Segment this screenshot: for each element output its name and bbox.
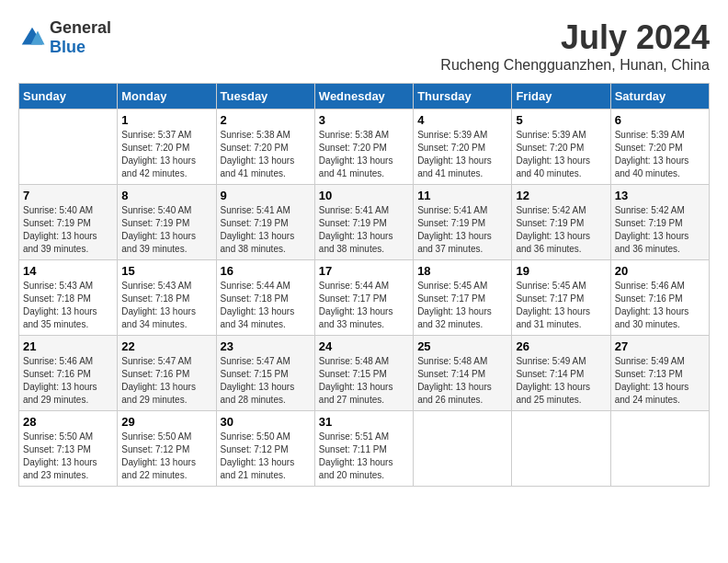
title-area: July 2024 Rucheng Chengguanzhen, Hunan, … (440, 18, 710, 74)
calendar-cell: 29Sunrise: 5:50 AM Sunset: 7:12 PM Dayli… (118, 411, 216, 487)
month-title: July 2024 (440, 18, 710, 57)
calendar-cell: 10Sunrise: 5:41 AM Sunset: 7:19 PM Dayli… (314, 185, 413, 260)
day-number: 5 (516, 113, 606, 127)
calendar-week-row: 1Sunrise: 5:37 AM Sunset: 7:20 PM Daylig… (19, 109, 710, 185)
day-number: 1 (121, 113, 211, 127)
day-info: Sunrise: 5:50 AM Sunset: 7:12 PM Dayligh… (121, 431, 211, 482)
day-info: Sunrise: 5:40 AM Sunset: 7:19 PM Dayligh… (23, 204, 113, 256)
calendar-cell: 4Sunrise: 5:39 AM Sunset: 7:20 PM Daylig… (414, 109, 512, 185)
calendar-cell: 27Sunrise: 5:49 AM Sunset: 7:13 PM Dayli… (610, 336, 709, 411)
day-info: Sunrise: 5:48 AM Sunset: 7:15 PM Dayligh… (319, 355, 409, 407)
day-info: Sunrise: 5:47 AM Sunset: 7:15 PM Dayligh… (221, 355, 311, 407)
calendar-week-row: 14Sunrise: 5:43 AM Sunset: 7:18 PM Dayli… (19, 260, 710, 336)
day-info: Sunrise: 5:44 AM Sunset: 7:18 PM Dayligh… (221, 280, 311, 331)
day-info: Sunrise: 5:49 AM Sunset: 7:13 PM Dayligh… (615, 355, 705, 407)
day-info: Sunrise: 5:44 AM Sunset: 7:17 PM Dayligh… (319, 280, 409, 331)
day-info: Sunrise: 5:43 AM Sunset: 7:18 PM Dayligh… (23, 280, 113, 331)
calendar-week-row: 7Sunrise: 5:40 AM Sunset: 7:19 PM Daylig… (19, 185, 710, 260)
day-info: Sunrise: 5:48 AM Sunset: 7:14 PM Dayligh… (417, 355, 507, 407)
logo-blue-text: Blue (50, 38, 85, 56)
day-info: Sunrise: 5:46 AM Sunset: 7:16 PM Dayligh… (23, 355, 113, 407)
day-number: 22 (121, 339, 211, 353)
day-info: Sunrise: 5:45 AM Sunset: 7:17 PM Dayligh… (516, 280, 606, 331)
day-number: 27 (615, 339, 705, 353)
calendar-table: SundayMondayTuesdayWednesdayThursdayFrid… (18, 83, 710, 487)
day-number: 10 (319, 189, 409, 202)
day-info: Sunrise: 5:41 AM Sunset: 7:19 PM Dayligh… (417, 204, 507, 256)
day-number: 19 (516, 264, 606, 278)
calendar-cell: 7Sunrise: 5:40 AM Sunset: 7:19 PM Daylig… (19, 185, 118, 260)
calendar-cell: 15Sunrise: 5:43 AM Sunset: 7:18 PM Dayli… (118, 260, 216, 336)
calendar-cell: 19Sunrise: 5:45 AM Sunset: 7:17 PM Dayli… (512, 260, 610, 336)
day-number: 4 (417, 113, 507, 127)
calendar-cell: 28Sunrise: 5:50 AM Sunset: 7:13 PM Dayli… (19, 411, 118, 487)
day-info: Sunrise: 5:40 AM Sunset: 7:19 PM Dayligh… (121, 204, 211, 256)
day-info: Sunrise: 5:39 AM Sunset: 7:20 PM Dayligh… (417, 129, 507, 180)
day-number: 12 (516, 189, 606, 202)
calendar-cell: 9Sunrise: 5:41 AM Sunset: 7:19 PM Daylig… (216, 185, 314, 260)
day-info: Sunrise: 5:45 AM Sunset: 7:17 PM Dayligh… (417, 280, 507, 331)
day-number: 26 (516, 339, 606, 353)
calendar-cell: 3Sunrise: 5:38 AM Sunset: 7:20 PM Daylig… (314, 109, 413, 185)
calendar-header-row: SundayMondayTuesdayWednesdayThursdayFrid… (19, 84, 710, 109)
calendar-cell: 17Sunrise: 5:44 AM Sunset: 7:17 PM Dayli… (314, 260, 413, 336)
calendar-cell: 23Sunrise: 5:47 AM Sunset: 7:15 PM Dayli… (216, 336, 314, 411)
calendar-cell: 16Sunrise: 5:44 AM Sunset: 7:18 PM Dayli… (216, 260, 314, 336)
calendar-cell (610, 411, 709, 487)
day-of-week-header: Tuesday (216, 84, 314, 109)
day-number: 17 (319, 264, 409, 278)
calendar-cell: 22Sunrise: 5:47 AM Sunset: 7:16 PM Dayli… (118, 336, 216, 411)
day-info: Sunrise: 5:51 AM Sunset: 7:11 PM Dayligh… (319, 431, 409, 482)
day-of-week-header: Thursday (414, 84, 512, 109)
calendar-cell: 1Sunrise: 5:37 AM Sunset: 7:20 PM Daylig… (118, 109, 216, 185)
day-info: Sunrise: 5:47 AM Sunset: 7:16 PM Dayligh… (121, 355, 211, 407)
day-of-week-header: Monday (118, 84, 216, 109)
calendar-cell: 24Sunrise: 5:48 AM Sunset: 7:15 PM Dayli… (314, 336, 413, 411)
calendar-cell: 8Sunrise: 5:40 AM Sunset: 7:19 PM Daylig… (118, 185, 216, 260)
day-number: 16 (221, 264, 311, 278)
day-number: 28 (23, 415, 113, 429)
calendar-cell: 21Sunrise: 5:46 AM Sunset: 7:16 PM Dayli… (19, 336, 118, 411)
day-of-week-header: Wednesday (314, 84, 413, 109)
day-number: 14 (23, 264, 113, 278)
logo-icon (18, 24, 46, 52)
calendar-cell: 30Sunrise: 5:50 AM Sunset: 7:12 PM Dayli… (216, 411, 314, 487)
day-number: 18 (417, 264, 507, 278)
calendar-cell: 2Sunrise: 5:38 AM Sunset: 7:20 PM Daylig… (216, 109, 314, 185)
day-info: Sunrise: 5:39 AM Sunset: 7:20 PM Dayligh… (615, 129, 705, 180)
day-of-week-header: Saturday (610, 84, 709, 109)
calendar-cell: 18Sunrise: 5:45 AM Sunset: 7:17 PM Dayli… (414, 260, 512, 336)
day-number: 3 (319, 113, 409, 127)
day-info: Sunrise: 5:38 AM Sunset: 7:20 PM Dayligh… (221, 129, 311, 180)
calendar-cell: 25Sunrise: 5:48 AM Sunset: 7:14 PM Dayli… (414, 336, 512, 411)
day-info: Sunrise: 5:50 AM Sunset: 7:13 PM Dayligh… (23, 431, 113, 482)
day-info: Sunrise: 5:50 AM Sunset: 7:12 PM Dayligh… (221, 431, 311, 482)
calendar-cell: 6Sunrise: 5:39 AM Sunset: 7:20 PM Daylig… (610, 109, 709, 185)
day-number: 30 (221, 415, 311, 429)
day-info: Sunrise: 5:39 AM Sunset: 7:20 PM Dayligh… (516, 129, 606, 180)
calendar-week-row: 21Sunrise: 5:46 AM Sunset: 7:16 PM Dayli… (19, 336, 710, 411)
day-number: 24 (319, 339, 409, 353)
day-info: Sunrise: 5:38 AM Sunset: 7:20 PM Dayligh… (319, 129, 409, 180)
day-number: 2 (221, 113, 311, 127)
day-number: 11 (417, 189, 507, 202)
day-info: Sunrise: 5:49 AM Sunset: 7:14 PM Dayligh… (516, 355, 606, 407)
day-info: Sunrise: 5:37 AM Sunset: 7:20 PM Dayligh… (121, 129, 211, 180)
calendar-cell (512, 411, 610, 487)
day-of-week-header: Sunday (19, 84, 118, 109)
calendar-cell (19, 109, 118, 185)
calendar-cell: 12Sunrise: 5:42 AM Sunset: 7:19 PM Dayli… (512, 185, 610, 260)
calendar-cell (414, 411, 512, 487)
day-number: 15 (121, 264, 211, 278)
day-number: 13 (615, 189, 705, 202)
day-number: 23 (221, 339, 311, 353)
day-info: Sunrise: 5:42 AM Sunset: 7:19 PM Dayligh… (615, 204, 705, 256)
day-info: Sunrise: 5:43 AM Sunset: 7:18 PM Dayligh… (121, 280, 211, 331)
calendar-cell: 26Sunrise: 5:49 AM Sunset: 7:14 PM Dayli… (512, 336, 610, 411)
calendar-cell: 5Sunrise: 5:39 AM Sunset: 7:20 PM Daylig… (512, 109, 610, 185)
day-number: 31 (319, 415, 409, 429)
calendar-cell: 20Sunrise: 5:46 AM Sunset: 7:16 PM Dayli… (610, 260, 709, 336)
logo-general-text: General (50, 18, 111, 37)
day-number: 25 (417, 339, 507, 353)
day-number: 21 (23, 339, 113, 353)
